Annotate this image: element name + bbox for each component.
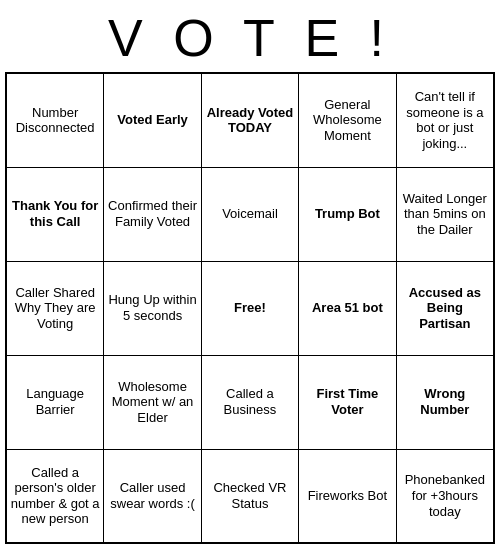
page-title: V O T E ! <box>0 0 500 72</box>
bingo-cell: Caller Shared Why They are Voting <box>6 261 104 355</box>
bingo-cell: Confirmed their Family Voted <box>104 167 202 261</box>
bingo-cell: Area 51 bot <box>299 261 397 355</box>
bingo-cell: Can't tell if someone is a bot or just j… <box>396 73 494 167</box>
bingo-cell: Wrong Number <box>396 355 494 449</box>
bingo-cell: Wholesome Moment w/ an Elder <box>104 355 202 449</box>
bingo-cell: Checked VR Status <box>201 449 298 543</box>
bingo-cell: Called a person's older number & got a n… <box>6 449 104 543</box>
bingo-cell: Language Barrier <box>6 355 104 449</box>
bingo-cell: Trump Bot <box>299 167 397 261</box>
bingo-cell: Fireworks Bot <box>299 449 397 543</box>
bingo-cell: Free! <box>201 261 298 355</box>
bingo-cell: Number Disconnected <box>6 73 104 167</box>
bingo-cell: Thank You for this Call <box>6 167 104 261</box>
bingo-cell: General Wholesome Moment <box>299 73 397 167</box>
bingo-cell: Hung Up within 5 seconds <box>104 261 202 355</box>
bingo-cell: Accused as Being Partisan <box>396 261 494 355</box>
bingo-cell: Waited Longer than 5mins on the Dailer <box>396 167 494 261</box>
bingo-cell: Called a Business <box>201 355 298 449</box>
bingo-grid: Number DisconnectedVoted EarlyAlready Vo… <box>5 72 495 544</box>
bingo-cell: Caller used swear words :( <box>104 449 202 543</box>
bingo-cell: Phonebanked for +3hours today <box>396 449 494 543</box>
bingo-cell: First Time Voter <box>299 355 397 449</box>
bingo-cell: Already Voted TODAY <box>201 73 298 167</box>
bingo-cell: Voted Early <box>104 73 202 167</box>
bingo-cell: Voicemail <box>201 167 298 261</box>
